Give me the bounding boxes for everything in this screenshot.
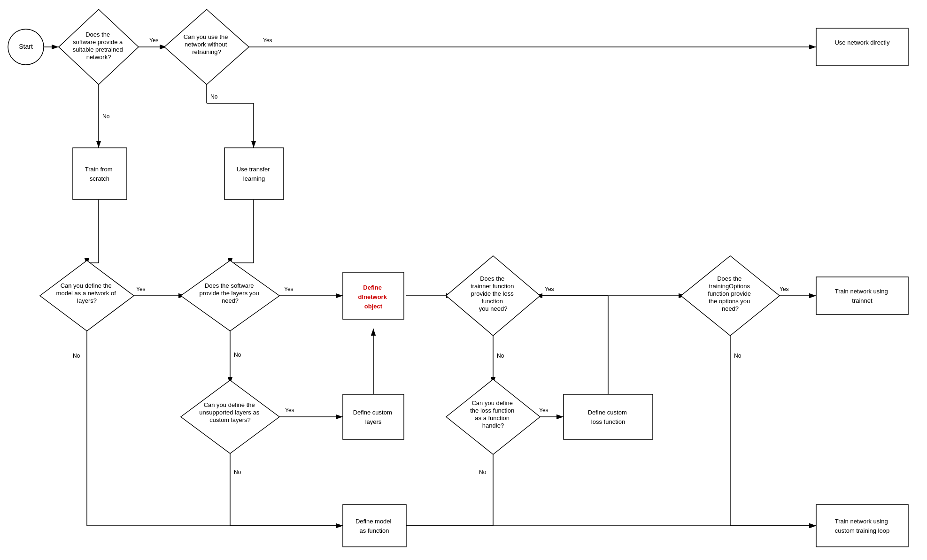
diamond-d1: Does the software provide a suitable pre… (59, 9, 139, 84)
label-d1-yes: Yes (149, 37, 159, 44)
label-d4-yes: Yes (284, 286, 294, 292)
label-d7-yes: Yes (285, 407, 294, 414)
flowchart: Yes Yes No No Yes Yes Yes Yes No Yes No … (0, 0, 927, 560)
diamond-d4: Does the software provide the layers you… (181, 261, 279, 331)
diamond-d6: Does the trainingOptions function provid… (681, 256, 780, 336)
label-d2-no: No (210, 93, 218, 100)
label-d8-yes: Yes (539, 407, 548, 414)
diamond-d8: Can you define the loss function as a fu… (446, 379, 540, 454)
label-d5-no: No (497, 353, 504, 359)
label-d6-no: No (734, 353, 742, 359)
train-trainnet-box (816, 277, 908, 315)
label-d3-no: No (73, 353, 80, 359)
diamond-d3: Can you define the model as a network of… (40, 261, 134, 331)
use-transfer-box (224, 148, 284, 199)
train-scratch-box (73, 148, 127, 199)
label-d6-yes: Yes (780, 286, 789, 292)
define-model-fn-box (343, 505, 406, 547)
define-custom-loss-box (564, 394, 653, 439)
label-d1-no: No (102, 113, 110, 120)
label-d4-no: No (234, 352, 241, 358)
label-d5-yes: Yes (545, 286, 554, 292)
label-d3-yes: Yes (136, 286, 146, 292)
diamond-d2: Can you use the network without retraini… (164, 9, 249, 84)
use-network-label: Use network directly (834, 39, 890, 46)
train-custom-loop-box (816, 505, 908, 547)
diamond-d7: Can you define the unsupported layers as… (181, 380, 279, 453)
label-d7-no: No (234, 469, 241, 476)
start-label: Start (19, 43, 33, 50)
define-custom-layers-box (343, 394, 404, 439)
label-d2-yes: Yes (263, 37, 272, 44)
label-d8-no: No (479, 469, 487, 476)
diamond-d5: Does the trainnet function provide the l… (446, 256, 540, 336)
use-network-box (816, 28, 908, 66)
